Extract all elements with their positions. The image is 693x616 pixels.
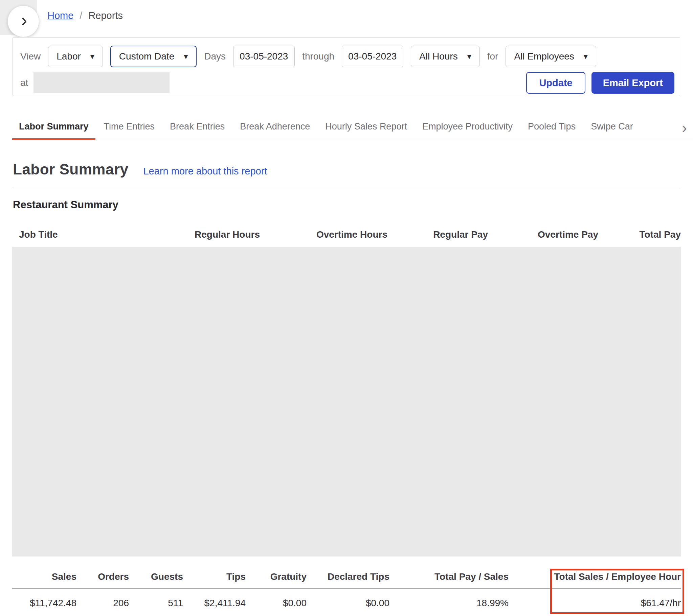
- days-label: Days: [204, 51, 226, 62]
- summary-table: Sales Orders Guests Tips Gratuity Declar…: [12, 567, 681, 616]
- tab-employee-productivity[interactable]: Employee Productivity: [416, 121, 519, 140]
- restaurant-name-redacted: [34, 73, 170, 93]
- report-filter-bar: View Labor ▾ Custom Date ▾ Days through …: [13, 37, 680, 96]
- tabs-list: Labor Summary Time Entries Break Entries…: [12, 121, 678, 140]
- labor-table-header-row: Job Title Regular Hours Overtime Hours R…: [12, 223, 681, 247]
- col-overtime-hours: Overtime Hours: [260, 223, 388, 247]
- tab-time-entries[interactable]: Time Entries: [97, 121, 162, 140]
- summary-header-total-sales-employee-hour: Total Sales / Employee Hour: [509, 567, 681, 589]
- tab-labor-summary[interactable]: Labor Summary: [12, 121, 95, 140]
- filter-row-1: View Labor ▾ Custom Date ▾ Days through …: [13, 38, 680, 67]
- summary-value-total-pay-sales: 18.99%: [390, 589, 509, 616]
- breadcrumb: Home / Reports: [47, 10, 123, 21]
- breadcrumb-separator: /: [80, 10, 82, 21]
- hours-dropdown[interactable]: All Hours ▾: [411, 46, 480, 67]
- hours-value: All Hours: [419, 51, 458, 62]
- summary-header-tips: Tips: [183, 567, 246, 589]
- date-range-type-value: Custom Date: [119, 51, 174, 62]
- view-label: View: [20, 51, 41, 62]
- table-body-redacted: [12, 247, 681, 556]
- col-job-title: Job Title: [12, 223, 158, 247]
- at-label: at: [20, 77, 28, 88]
- summary-value-guests: 511: [129, 589, 183, 616]
- summary-header-declared-tips: Declared Tips: [306, 567, 390, 589]
- title-divider: [13, 188, 680, 188]
- tab-label: Swipe Car: [591, 121, 633, 131]
- chevron-down-icon: ▾: [90, 52, 94, 61]
- employees-value: All Employees: [514, 51, 574, 62]
- col-overtime-pay: Overtime Pay: [488, 223, 598, 247]
- start-date-input[interactable]: [233, 46, 295, 67]
- summary-value-total-sales-employee-hour: $61.47/hr: [509, 589, 681, 616]
- tab-label: Labor Summary: [19, 121, 88, 131]
- chevron-down-icon: ▾: [184, 52, 188, 61]
- summary-header-gratuity: Gratuity: [246, 567, 306, 589]
- breadcrumb-current: Reports: [88, 10, 123, 21]
- summary-totals: Sales Orders Guests Tips Gratuity Declar…: [12, 567, 681, 616]
- filter-row-2: at Update Email Export: [13, 72, 680, 94]
- title-row: Labor Summary Learn more about this repo…: [13, 161, 267, 178]
- tab-break-adherence[interactable]: Break Adherence: [233, 121, 317, 140]
- email-export-button[interactable]: Email Export: [592, 72, 674, 94]
- col-regular-pay: Regular Pay: [388, 223, 488, 247]
- tab-label: Employee Productivity: [422, 121, 513, 131]
- summary-value-gratuity: $0.00: [246, 589, 306, 616]
- tab-hourly-sales-report[interactable]: Hourly Sales Report: [318, 121, 414, 140]
- tab-label: Hourly Sales Report: [325, 121, 407, 131]
- summary-header-sales: Sales: [12, 567, 77, 589]
- tab-label: Break Adherence: [240, 121, 310, 131]
- chevron-right-icon: ›: [21, 11, 27, 29]
- employees-dropdown[interactable]: All Employees ▾: [506, 46, 596, 67]
- through-label: through: [302, 51, 334, 62]
- summary-values-row: $11,742.48 206 511 $2,411.94 $0.00 $0.00…: [12, 589, 681, 616]
- breadcrumb-home-link[interactable]: Home: [47, 10, 74, 21]
- chevron-down-icon: ▾: [467, 52, 471, 61]
- tab-pooled-tips[interactable]: Pooled Tips: [521, 121, 582, 140]
- summary-value-sales: $11,742.48: [12, 589, 77, 616]
- tab-label: Pooled Tips: [528, 121, 576, 131]
- filter-actions: Update Email Export: [526, 72, 674, 94]
- report-type-value: Labor: [57, 51, 81, 62]
- labor-summary-table: Job Title Regular Hours Overtime Hours R…: [12, 223, 681, 247]
- summary-value-tips: $2,411.94: [183, 589, 246, 616]
- tab-label: Break Entries: [170, 121, 225, 131]
- end-date-input[interactable]: [342, 46, 403, 67]
- summary-header-row: Sales Orders Guests Tips Gratuity Declar…: [12, 567, 681, 589]
- summary-header-orders: Orders: [77, 567, 129, 589]
- summary-value-declared-tips: $0.00: [306, 589, 390, 616]
- report-type-dropdown[interactable]: Labor ▾: [48, 46, 103, 67]
- col-regular-hours: Regular Hours: [158, 223, 260, 247]
- learn-more-link[interactable]: Learn more about this report: [143, 166, 267, 177]
- page-title: Labor Summary: [13, 161, 128, 178]
- for-label: for: [487, 51, 498, 62]
- report-tabs: Labor Summary Time Entries Break Entries…: [12, 120, 693, 140]
- tab-label: Time Entries: [104, 121, 155, 131]
- summary-value-orders: 206: [77, 589, 129, 616]
- restaurant-summary-title: Restaurant Summary: [13, 199, 118, 211]
- summary-header-total-pay-sales: Total Pay / Sales: [390, 567, 509, 589]
- tab-break-entries[interactable]: Break Entries: [163, 121, 232, 140]
- tab-swipe-card[interactable]: Swipe Car: [584, 121, 640, 140]
- summary-header-guests: Guests: [129, 567, 183, 589]
- col-total-pay: Total Pay: [598, 223, 681, 247]
- labor-report-page: › Home / Reports View Labor ▾ Custom Dat…: [0, 0, 693, 616]
- date-range-type-dropdown[interactable]: Custom Date ▾: [110, 46, 197, 67]
- update-button[interactable]: Update: [526, 72, 585, 94]
- sidebar-expand-button[interactable]: ›: [7, 5, 39, 37]
- chevron-down-icon: ▾: [584, 52, 588, 61]
- tabs-scroll-right-icon[interactable]: ›: [682, 120, 687, 135]
